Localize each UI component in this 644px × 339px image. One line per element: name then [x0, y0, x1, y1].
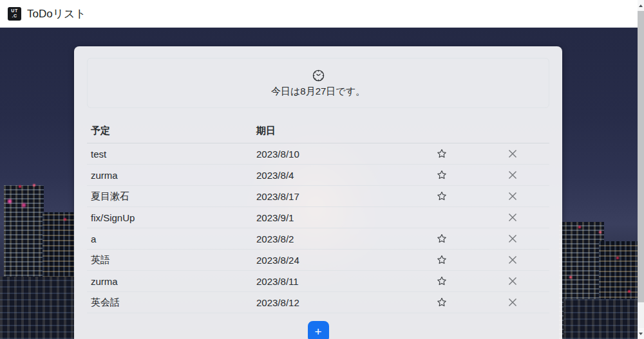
due-date-cell: 2023/8/10 [252, 143, 408, 165]
table-row: 英語 2023/8/24 [87, 250, 549, 271]
scroll-up-button[interactable] [638, 0, 644, 11]
close-x-icon [507, 191, 518, 201]
table-row: test 2023/8/10 [87, 143, 549, 165]
star-icon [437, 276, 447, 286]
star-icon [437, 170, 447, 180]
scroll-down-button[interactable] [638, 328, 644, 339]
due-date-cell: 2023/8/12 [252, 292, 408, 313]
favorite-star-button[interactable] [434, 169, 450, 181]
column-header-task: 予定 [87, 121, 252, 143]
task-cell: zurma [87, 165, 252, 186]
delete-x-button[interactable] [505, 169, 520, 181]
today-message: 今日は8月27日です。 [271, 86, 365, 98]
scroll-thumb[interactable] [638, 11, 644, 302]
task-cell: 夏目漱石 [87, 186, 252, 207]
close-x-icon [507, 170, 518, 180]
column-header-star [408, 121, 475, 143]
table-row: 英会話 2023/8/12 [87, 292, 549, 313]
table-row: 夏目漱石 2023/8/17 [87, 186, 549, 207]
task-cell: 英語 [87, 250, 252, 271]
table-row: zurma 2023/8/4 [87, 165, 549, 186]
task-cell: fix/SignUp [87, 207, 252, 228]
todo-table: 予定 期日 test 2023/8/10 [87, 121, 549, 313]
delete-x-button[interactable] [505, 211, 520, 224]
add-todo-button[interactable]: + [308, 321, 329, 339]
due-date-cell: 2023/9/1 [252, 207, 408, 228]
building [564, 299, 638, 339]
close-x-icon [507, 212, 518, 223]
logo-text-bottom: .C [12, 14, 17, 19]
star-icon [437, 255, 447, 265]
todo-card: 今日は8月27日です。 予定 期日 test 2023/8/10 [74, 46, 562, 339]
table-header-row: 予定 期日 [87, 121, 549, 143]
browser-viewport: UT .C ToDoリスト 今日は8月27日です。 [0, 0, 644, 339]
delete-x-button[interactable] [505, 296, 520, 309]
task-cell: test [87, 143, 252, 165]
add-row: + [87, 313, 549, 339]
favorite-star-button[interactable] [434, 190, 450, 203]
favorite-star-button[interactable] [434, 275, 450, 288]
favorite-star-button[interactable] [434, 253, 450, 266]
today-banner: 今日は8月27日です。 [87, 58, 549, 108]
clock-icon [312, 69, 325, 82]
star-icon [437, 234, 447, 244]
due-date-cell: 2023/8/2 [252, 228, 408, 250]
scrollbar[interactable] [638, 0, 644, 339]
favorite-star-button[interactable] [434, 296, 450, 309]
due-date-cell: 2023/8/24 [252, 250, 408, 271]
star-icon [437, 191, 447, 201]
column-header-delete [475, 121, 549, 143]
building [0, 277, 76, 339]
delete-x-button[interactable] [505, 253, 520, 266]
star-icon [437, 149, 447, 159]
delete-x-button[interactable] [505, 147, 520, 160]
close-x-icon [507, 149, 518, 159]
due-date-cell: 2023/8/17 [252, 186, 408, 207]
favorite-star-button[interactable] [434, 147, 450, 160]
close-x-icon [507, 276, 518, 286]
due-date-cell: 2023/8/4 [252, 165, 408, 186]
column-header-due: 期日 [252, 121, 408, 143]
table-row: fix/SignUp 2023/9/1 [87, 207, 549, 228]
delete-x-button[interactable] [505, 190, 520, 203]
table-row: zurma 2023/8/11 [87, 271, 549, 292]
task-cell: zurma [87, 271, 252, 292]
app-logo-icon: UT .C [8, 7, 21, 21]
task-cell: 英会話 [87, 292, 252, 313]
star-icon [437, 297, 447, 307]
close-x-icon [507, 234, 518, 244]
delete-x-button[interactable] [505, 232, 520, 245]
scroll-up-arrow-icon [639, 5, 643, 7]
app-header: UT .C ToDoリスト [0, 0, 638, 28]
table-row: a 2023/8/2 [87, 228, 549, 250]
close-x-icon [507, 297, 518, 307]
logo-text-top: UT [11, 8, 17, 14]
close-x-icon [507, 255, 518, 265]
task-cell: a [87, 228, 252, 250]
page-title: ToDoリスト [27, 6, 86, 21]
favorite-star-button[interactable] [434, 232, 450, 245]
scroll-down-arrow-icon [639, 333, 643, 335]
due-date-cell: 2023/8/11 [252, 271, 408, 292]
delete-x-button[interactable] [505, 275, 520, 288]
